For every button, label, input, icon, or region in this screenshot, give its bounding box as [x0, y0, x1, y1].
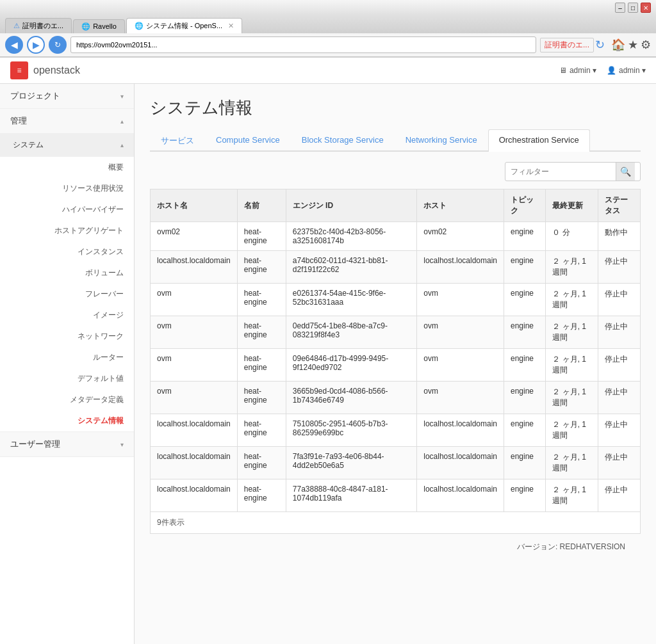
refresh-button[interactable]: ↻: [49, 36, 67, 54]
sidebar-item-images[interactable]: イメージ: [0, 305, 134, 326]
address-bar[interactable]: [70, 36, 536, 53]
page-title: システム情報: [150, 97, 641, 119]
cell-lastupdated: ２ ヶ月, 1 週間: [546, 284, 598, 316]
app-header: ≡ openstack 🖥 admin ▾ 👤 admin ▾: [0, 58, 656, 84]
user-icon: 👤: [607, 66, 616, 75]
browser-tab-sysinfo[interactable]: 🌐システム情報 - OpenS... ✕: [126, 18, 242, 33]
cell-status: 動作中: [598, 222, 640, 251]
minimize-button[interactable]: –: [615, 3, 625, 13]
cell-topic: engine: [504, 382, 546, 414]
logo-icon: ≡: [10, 61, 28, 79]
col-hostname: ホスト名: [151, 189, 238, 222]
cell-name: heat-engine: [237, 447, 286, 479]
table-row: ovm02 heat-engine 62375b2c-f40d-42b3-805…: [151, 222, 641, 251]
cell-host: localhost.localdomain: [417, 479, 504, 512]
cell-status: 停止中: [598, 382, 640, 414]
home-icon[interactable]: 🏠: [611, 38, 625, 52]
sidebar-item-sysinfo[interactable]: システム情報: [0, 410, 134, 431]
cell-topic: engine: [504, 414, 546, 447]
tab-orchestration[interactable]: Orchestration Service: [488, 129, 590, 152]
cell-hostname: ovm: [151, 316, 238, 349]
cell-host: localhost.localdomain: [417, 447, 504, 479]
table-row: localhost.localdomain heat-engine 77a388…: [151, 479, 641, 512]
cell-status: 停止中: [598, 447, 640, 479]
tab-close-icon[interactable]: ✕: [228, 22, 234, 29]
sidebar-section-project: プロジェクト ▾: [0, 84, 134, 109]
cell-engineid: 09e64846-d17b-4999-9495-9f1240ed9702: [286, 349, 416, 382]
sidebar-subsection-system-header[interactable]: システム ▴: [0, 133, 134, 157]
main-content: システム情報 サービス Compute Service Block Storag…: [135, 84, 656, 644]
sidebar-item-defaults[interactable]: デフォルト値: [0, 368, 134, 389]
table-row: localhost.localdomain heat-engine a74bc6…: [151, 251, 641, 284]
cell-lastupdated: ２ ヶ月, 1 週間: [546, 414, 598, 447]
sidebar-item-hostagg[interactable]: ホストアグリゲート: [0, 220, 134, 241]
close-button[interactable]: ✕: [641, 3, 651, 13]
maximize-button[interactable]: □: [628, 3, 638, 13]
cell-hostname: ovm: [151, 382, 238, 414]
settings-icon[interactable]: ⚙: [641, 38, 651, 52]
col-name: 名前: [237, 189, 286, 222]
cert-error-button[interactable]: 証明書のエ...: [540, 38, 594, 52]
tab-networking[interactable]: Networking Service: [395, 129, 488, 152]
sidebar-item-instances[interactable]: インスタンス: [0, 241, 134, 262]
table-row: ovm heat-engine 0edd75c4-1be8-48be-a7c9-…: [151, 316, 641, 349]
sidebar-item-networks[interactable]: ネットワーク: [0, 326, 134, 347]
cell-engineid: 7510805c-2951-4605-b7b3-862599e699bc: [286, 414, 416, 447]
favorites-icon[interactable]: ★: [628, 38, 638, 52]
sidebar-item-hypervisor[interactable]: ハイパーバイザー: [0, 199, 134, 220]
tabs-bar: サービス Compute Service Block Storage Servi…: [150, 129, 641, 152]
cell-engineid: 77a38888-40c8-4847-a181-1074db119afa: [286, 479, 416, 512]
cell-engineid: 3665b9ed-0cd4-4086-b566-1b74346e6749: [286, 382, 416, 414]
cell-topic: engine: [504, 316, 546, 349]
table-row: localhost.localdomain heat-engine 7fa3f9…: [151, 447, 641, 479]
col-host: ホスト: [417, 189, 504, 222]
cell-hostname: localhost.localdomain: [151, 414, 238, 447]
cell-hostname: localhost.localdomain: [151, 251, 238, 284]
sidebar-item-resource[interactable]: リソース使用状況: [0, 178, 134, 199]
tab-services[interactable]: サービス: [150, 129, 205, 152]
cell-hostname: localhost.localdomain: [151, 479, 238, 512]
cell-lastupdated: ２ ヶ月, 1 週間: [546, 349, 598, 382]
col-lastupdated: 最終更新: [546, 189, 598, 222]
browser-tab-ravello[interactable]: 🌐Ravello: [73, 19, 125, 33]
filter-input[interactable]: [511, 167, 613, 176]
cell-topic: engine: [504, 251, 546, 284]
cell-engineid: a74bc602-011d-4321-bb81-d2f191f22c62: [286, 251, 416, 284]
sidebar-section-admin-header[interactable]: 管理 ▴: [0, 109, 134, 133]
browser-tab-cert[interactable]: ⚠証明書のエ...: [5, 18, 72, 33]
cell-hostname: ovm: [151, 349, 238, 382]
version-footer: バージョン: REDHATVERSION: [150, 534, 641, 560]
cell-host: ovm: [417, 349, 504, 382]
admin-project-menu[interactable]: 🖥 admin ▾: [559, 66, 596, 75]
cell-hostname: ovm: [151, 284, 238, 316]
sidebar-section-usermgmt-header[interactable]: ユーザー管理 ▾: [0, 432, 134, 456]
sidebar-item-gaiyou[interactable]: 概要: [0, 157, 134, 178]
cell-host: ovm: [417, 382, 504, 414]
filter-bar: 🔍: [150, 162, 641, 181]
tab-blockstorage[interactable]: Block Storage Service: [291, 129, 395, 152]
forward-button[interactable]: ▶: [27, 36, 45, 54]
cell-lastupdated: ２ ヶ月, 1 週間: [546, 447, 598, 479]
logo-text: openstack: [33, 65, 80, 76]
sidebar-section-project-header[interactable]: プロジェクト ▾: [0, 84, 134, 108]
sidebar-item-metadata[interactable]: メタデータ定義: [0, 389, 134, 410]
filter-search-button[interactable]: 🔍: [616, 163, 635, 181]
sidebar-item-flavors[interactable]: フレーバー: [0, 284, 134, 305]
sidebar-item-routers[interactable]: ルーター: [0, 347, 134, 368]
table-row: ovm heat-engine 09e64846-d17b-4999-9495-…: [151, 349, 641, 382]
col-status: ステータス: [598, 189, 640, 222]
cell-topic: engine: [504, 222, 546, 251]
table-row: ovm heat-engine e0261374-54ae-415c-9f6e-…: [151, 284, 641, 316]
cell-engineid: 7fa3f91e-7a93-4e06-8b44-4dd2eb50e6a5: [286, 447, 416, 479]
sidebar-item-volumes[interactable]: ボリューム: [0, 262, 134, 284]
table-footer: 9件表示: [150, 512, 641, 534]
back-button[interactable]: ◀: [5, 36, 23, 54]
cell-topic: engine: [504, 447, 546, 479]
admin-user-menu[interactable]: 👤 admin ▾: [607, 66, 646, 75]
table-row: ovm heat-engine 3665b9ed-0cd4-4086-b566-…: [151, 382, 641, 414]
tab-compute[interactable]: Compute Service: [205, 129, 291, 152]
cell-host: ovm: [417, 284, 504, 316]
cell-host: ovm: [417, 316, 504, 349]
app-logo: ≡ openstack: [10, 61, 80, 79]
cell-name: heat-engine: [237, 316, 286, 349]
